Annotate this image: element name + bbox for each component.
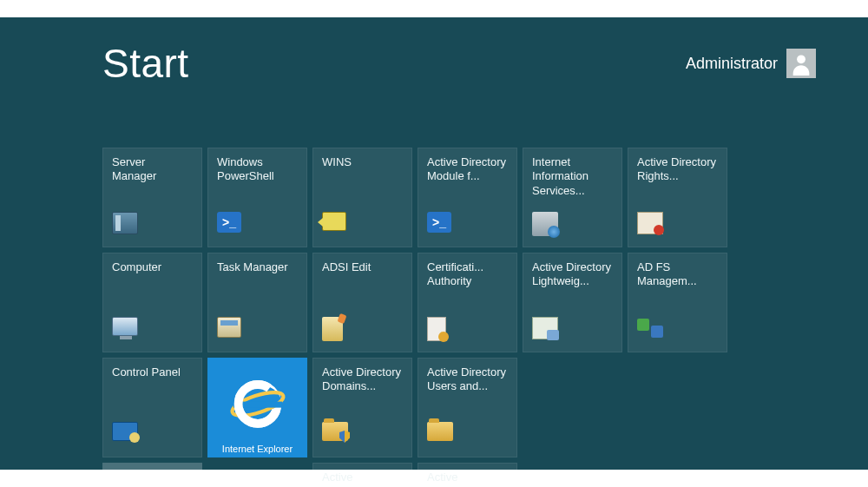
start-header: Start Administrator (102, 40, 816, 87)
powershell-icon: >_ (427, 212, 455, 240)
tile-label: Windows PowerShell (217, 155, 298, 184)
page-title: Start (102, 40, 189, 87)
tile-ad-lightweight[interactable]: Active Directory Lightweig... (523, 253, 622, 352)
tile-label: Control Panel (112, 365, 193, 379)
tile-active-partial-1[interactable]: Active (312, 463, 412, 487)
tile-label: Certificati... Authority (427, 260, 508, 289)
tile-label: Active Directory Lightweig... (532, 260, 613, 289)
tile-ad-domains[interactable]: Active Directory Domains... (312, 358, 412, 457)
computer-icon (112, 317, 140, 345)
tile-control-panel[interactable]: Control Panel (102, 358, 202, 457)
tile-wins[interactable]: WINS (312, 148, 412, 247)
folder-icon (427, 422, 455, 450)
adfs-icon (637, 317, 665, 345)
tile-ad-rights[interactable]: Active Directory Rights... (628, 148, 727, 247)
powershell-icon: >_ (217, 212, 245, 240)
task-manager-icon (217, 317, 245, 345)
tile-label: Task Manager (217, 260, 298, 274)
tile-adfs-management[interactable]: AD FS Managem... (628, 253, 727, 352)
tile-label: Active (427, 471, 508, 484)
svg-point-0 (797, 55, 806, 63)
tile-label: WINS (322, 155, 403, 169)
start-tile-grid: Server Manager Windows PowerShell >_ WIN… (102, 148, 727, 487)
tile-task-manager[interactable]: Task Manager (207, 253, 307, 352)
user-name-label: Administrator (686, 55, 778, 73)
tile-ad-users[interactable]: Active Directory Users and... (418, 358, 517, 457)
tile-adsi-edit[interactable]: ADSI Edit (312, 253, 412, 352)
internet-explorer-icon (207, 366, 307, 438)
iis-icon (532, 212, 560, 240)
tile-label: Active Directory Rights... (637, 155, 718, 184)
tile-label: Server Manager (112, 155, 193, 184)
tile-windows-powershell[interactable]: Windows PowerShell >_ (207, 148, 307, 247)
tile-label: Internet Information Services... (532, 155, 613, 198)
certificate-icon (427, 317, 455, 345)
tile-label: Active Directory Users and... (427, 365, 508, 394)
ad-lightweight-icon (532, 317, 560, 345)
ad-rights-icon (637, 212, 665, 240)
tile-active-partial-2[interactable]: Active (418, 463, 517, 487)
tile-label: Computer (112, 260, 193, 274)
control-panel-icon (112, 422, 140, 450)
tile-certification-authority[interactable]: Certificati... Authority (418, 253, 517, 352)
tile-iis[interactable]: Internet Information Services... (523, 148, 622, 247)
tile-label: Active Directory Domains... (322, 365, 403, 394)
user-account-button[interactable]: Administrator (686, 49, 816, 78)
tile-label: Active Directory Module f... (427, 155, 508, 184)
top-border (0, 0, 868, 17)
tile-label: Active (322, 471, 403, 484)
adsi-edit-icon (322, 317, 350, 345)
tile-computer[interactable]: Computer (102, 253, 202, 352)
tile-label: Internet Explorer (207, 444, 307, 454)
server-manager-icon (112, 212, 140, 240)
tile-internet-explorer[interactable]: Internet Explorer (207, 358, 307, 457)
tile-label: AD FS Managem... (637, 260, 718, 289)
tile-server-manager[interactable]: Server Manager (102, 148, 202, 247)
tile-blank[interactable] (102, 463, 202, 487)
wins-icon (322, 212, 350, 240)
folder-shield-icon (322, 422, 350, 450)
user-avatar-icon (786, 49, 816, 78)
tile-ad-module-powershell[interactable]: Active Directory Module f... >_ (418, 148, 517, 247)
tile-label: ADSI Edit (322, 260, 403, 274)
